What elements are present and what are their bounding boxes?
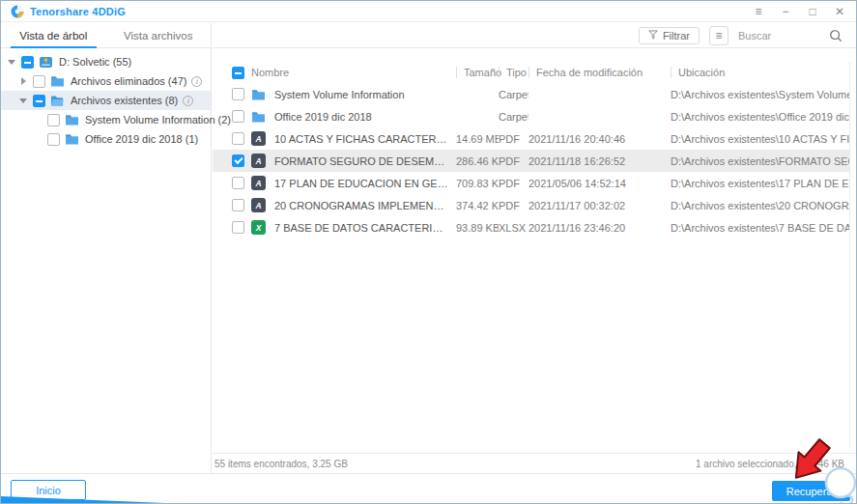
file-type: PDF <box>499 155 528 167</box>
table-row[interactable]: A 17 PLAN DE EDUCACION EN GESTION DEL RI… <box>213 172 849 194</box>
toolbar: Filtrar ≡ <box>213 23 856 48</box>
row-checkbox[interactable] <box>232 199 244 211</box>
scrollbar[interactable] <box>849 62 850 449</box>
row-checkbox[interactable] <box>232 132 244 145</box>
selection-status: 1 archivo seleccionado, 286.46 KB <box>696 459 844 469</box>
tree-item-drive[interactable]: D: Solvetic (55) <box>1 52 211 71</box>
select-all-checkbox[interactable] <box>232 67 244 79</box>
column-header-date[interactable]: Fecha de modificación <box>528 67 671 78</box>
tree-item-deleted-files[interactable]: Archivos eliminados (47) i <box>1 71 211 91</box>
file-location: D:\Archivos existentes\17 PLAN DE EDUCAC… <box>671 178 849 189</box>
tab-file-view-label: Vista archivos <box>124 30 192 42</box>
file-location: D:\Archivos existentes\10 ACTAS Y FICHAS… <box>671 133 849 145</box>
main-panel: Filtrar ≡ Nombre Tamaño Tipo <box>213 23 856 473</box>
row-checkbox-checked[interactable] <box>232 154 244 167</box>
file-table: Nombre Tamaño Tipo Fecha de modificación… <box>213 62 849 453</box>
checkbox-indeterminate[interactable] <box>33 95 45 107</box>
filter-button-label: Filtrar <box>663 30 690 42</box>
file-name: 10 ACTAS Y FICHAS CARACTERIZACION BENEFI… <box>274 133 456 145</box>
tab-tree-view[interactable]: Vista de árbol <box>1 23 106 47</box>
checkbox-empty[interactable] <box>47 133 60 146</box>
window-menu-icon[interactable]: ≡ <box>752 6 765 17</box>
column-header-size[interactable]: Tamaño <box>456 67 499 78</box>
file-type: PDF <box>499 200 528 211</box>
chevron-down-icon[interactable] <box>7 57 16 67</box>
checkbox-empty[interactable] <box>47 114 60 126</box>
file-type: Carpeta <box>499 89 528 100</box>
app-logo-icon <box>11 5 24 18</box>
file-size: 14.69 MB <box>456 133 499 145</box>
file-date: 2021/05/06 14:52:14 <box>528 178 671 189</box>
search-input[interactable] <box>738 30 821 42</box>
file-date: 2021/11/16 20:40:46 <box>528 133 671 145</box>
chevron-right-icon[interactable] <box>18 76 28 86</box>
sidebar: Vista de árbol Vista archivos <box>1 23 212 473</box>
pdf-file-icon: A <box>251 154 266 168</box>
info-icon[interactable]: i <box>183 96 193 106</box>
status-bar: 55 items encontrados, 3.25 GB 1 archivo … <box>213 453 856 473</box>
row-checkbox[interactable] <box>232 88 244 100</box>
maximize-icon[interactable]: □ <box>806 6 819 17</box>
file-name: 17 PLAN DE EDUCACION EN GESTION DEL RIES… <box>274 178 456 189</box>
table-row[interactable]: A 20 CRONOGRAMAS IMPLEMENTADOS PROGRAM..… <box>213 194 849 216</box>
checkbox-empty[interactable] <box>33 75 45 88</box>
file-name: System Volume Information <box>274 89 456 100</box>
file-type: XLSX <box>499 222 528 234</box>
filter-funnel-icon <box>648 30 658 41</box>
tree-item-label: D: Solvetic (55) <box>59 56 131 68</box>
file-location: D:\Archivos existentes\FORMATO SEGURO D.… <box>671 155 849 167</box>
file-type: Carpeta <box>499 111 528 123</box>
column-header-name[interactable]: Nombre <box>251 67 456 78</box>
row-checkbox[interactable] <box>232 110 244 123</box>
drive-icon <box>39 55 54 69</box>
file-name: 20 CRONOGRAMAS IMPLEMENTADOS PROGRAM... <box>274 200 456 211</box>
table-row[interactable]: A 10 ACTAS Y FICHAS CARACTERIZACION BENE… <box>213 127 849 150</box>
tab-tree-view-label: Vista de árbol <box>19 30 87 42</box>
table-row[interactable]: Office 2019 dic 2018 Carpeta D:\Archivos… <box>213 105 849 127</box>
search-icon[interactable] <box>829 29 843 42</box>
items-found-status: 55 items encontrados, 3.25 GB <box>214 459 348 469</box>
tree-item-label: System Volume Information (2) <box>85 114 231 126</box>
file-size: 93.89 KB <box>456 222 499 234</box>
tree-item-existing-files[interactable]: Archivos existentes (8) i <box>1 91 211 110</box>
chevron-down-icon[interactable] <box>18 96 28 105</box>
column-header-type[interactable]: Tipo <box>499 67 528 78</box>
file-name: FORMATO SEGURO DE DESEMPLEO.pdf <box>274 155 456 167</box>
minimize-icon[interactable]: − <box>779 6 792 17</box>
column-header-location[interactable]: Ubicación <box>671 67 849 78</box>
row-checkbox[interactable] <box>232 221 244 234</box>
tree-item-system-volume[interactable]: System Volume Information (2) <box>1 110 211 129</box>
close-icon[interactable]: ✕ <box>833 6 846 17</box>
checkbox-indeterminate[interactable] <box>21 56 34 69</box>
table-row[interactable]: System Volume Information Carpeta D:\Arc… <box>213 83 849 105</box>
filter-button[interactable]: Filtrar <box>639 27 700 44</box>
pdf-file-icon: A <box>251 198 266 212</box>
view-options-button[interactable]: ≡ <box>709 26 728 45</box>
file-size: 709.83 KB <box>456 178 499 189</box>
folder-icon <box>65 113 80 126</box>
search-box <box>738 29 843 42</box>
xlsx-file-icon: X <box>251 220 266 235</box>
table-row[interactable]: X 7 BASE DE DATOS CARACTERIZACION POR EM… <box>213 216 849 238</box>
tree-item-label: Archivos existentes (8) <box>71 95 178 106</box>
folder-icon <box>251 110 267 124</box>
recover-button[interactable]: Recuperar <box>772 481 850 501</box>
pdf-file-icon: A <box>251 176 266 190</box>
folder-icon <box>251 88 267 101</box>
folder-tree: D: Solvetic (55) Archivos eliminados (47… <box>1 48 211 149</box>
tree-item-office-folder[interactable]: Office 2019 dic 2018 (1) <box>1 129 211 149</box>
folder-open-icon <box>50 94 66 107</box>
file-location: D:\Archivos existentes\Office 2019 dic 2… <box>671 111 849 123</box>
row-checkbox[interactable] <box>232 177 244 189</box>
folder-icon <box>50 74 66 88</box>
app-window: Tenorshare 4DDiG ≡ − □ ✕ Vista de árbol … <box>0 0 857 504</box>
table-row-selected[interactable]: A FORMATO SEGURO DE DESEMPLEO.pdf 286.46… <box>213 150 849 172</box>
table-header: Nombre Tamaño Tipo Fecha de modificación… <box>213 62 849 83</box>
file-type: PDF <box>499 133 528 145</box>
info-icon[interactable]: i <box>191 76 202 87</box>
file-name: 7 BASE DE DATOS CARACTERIZACION POR EMER… <box>274 222 456 234</box>
tab-file-view[interactable]: Vista archivos <box>106 23 212 47</box>
file-date: 2021/11/18 16:26:52 <box>528 155 671 167</box>
tree-item-label: Office 2019 dic 2018 (1) <box>85 133 198 145</box>
file-name: Office 2019 dic 2018 <box>274 111 456 123</box>
